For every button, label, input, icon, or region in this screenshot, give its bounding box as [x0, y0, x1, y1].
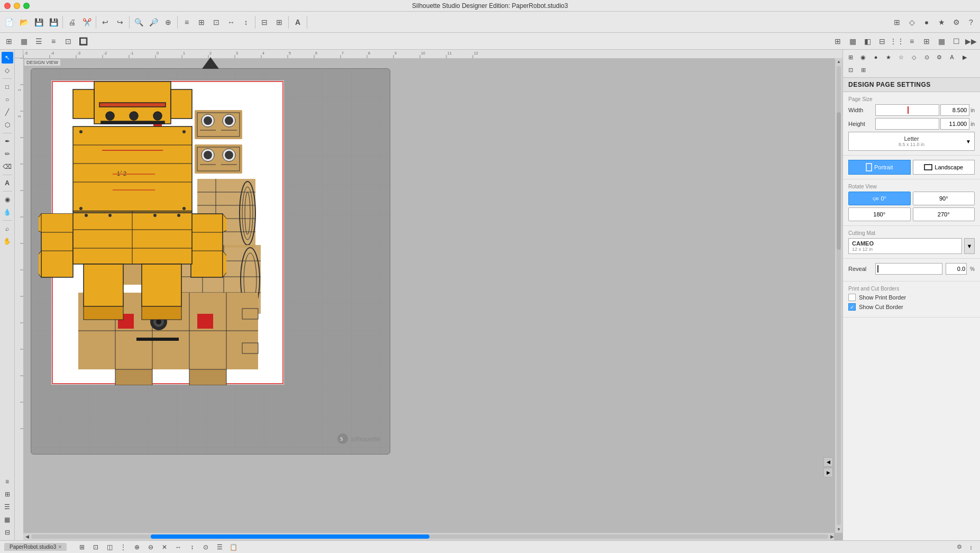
- view-icon-5[interactable]: ⊡: [61, 34, 75, 48]
- star-icon[interactable]: ★: [935, 15, 948, 29]
- rotate-180-button[interactable]: 180°: [848, 207, 911, 221]
- rotate-90-button[interactable]: 90°: [913, 192, 975, 205]
- flip-v-icon[interactable]: ↕: [239, 15, 253, 29]
- scroll-down-arrow[interactable]: ▼: [836, 526, 842, 533]
- bt-icon-3[interactable]: ◫: [104, 541, 115, 553]
- view-icon-4[interactable]: ≡: [47, 34, 60, 48]
- right-icon-6[interactable]: ≡: [905, 34, 919, 48]
- node-tool[interactable]: ◇: [2, 65, 13, 76]
- fill-tool[interactable]: ◉: [2, 194, 13, 205]
- bt-icon-7[interactable]: ✕: [159, 541, 170, 553]
- new-icon[interactable]: 📄: [2, 15, 16, 29]
- scroll-v-thumb[interactable]: [837, 112, 841, 250]
- right-icon-3[interactable]: ◧: [860, 34, 874, 48]
- view-icon-1[interactable]: ⊞: [2, 34, 16, 48]
- scroll-nav-down[interactable]: ▶: [823, 468, 833, 477]
- zoom-tool[interactable]: ⌕: [2, 223, 13, 234]
- panel-c-icon[interactable]: ⊟: [2, 527, 13, 538]
- panel-a-icon[interactable]: ☰: [2, 501, 13, 513]
- rp-icon-6[interactable]: ◇: [908, 51, 920, 63]
- right-icon-2[interactable]: ▦: [846, 34, 859, 48]
- rp-icon-5[interactable]: ☆: [895, 51, 907, 63]
- fill-icon[interactable]: ●: [920, 15, 933, 29]
- select-tool[interactable]: ↖: [2, 52, 13, 64]
- eyedropper-tool[interactable]: 💧: [2, 206, 13, 218]
- redo-icon[interactable]: ↪: [113, 15, 127, 29]
- open-icon[interactable]: 📂: [17, 15, 31, 29]
- bt-icon-8[interactable]: ↔: [172, 541, 184, 553]
- rp-icon-7[interactable]: ⊙: [921, 51, 932, 63]
- rp-icon-4[interactable]: ★: [883, 51, 894, 63]
- close-button[interactable]: [4, 3, 11, 9]
- ungroup-icon[interactable]: ⊡: [209, 15, 223, 29]
- scrollbar-horizontal[interactable]: ◀ ▶: [23, 533, 834, 540]
- right-icon-8[interactable]: ▦: [935, 34, 948, 48]
- rectangle-tool[interactable]: □: [2, 81, 13, 93]
- right-icon-4[interactable]: ⊟: [875, 34, 889, 48]
- text-tool[interactable]: A: [2, 177, 13, 189]
- save-icon[interactable]: 💾: [32, 15, 45, 29]
- text-icon[interactable]: A: [291, 15, 305, 29]
- scrollbar-vertical[interactable]: ▲ ▼: [835, 58, 842, 533]
- zoom-fit-icon[interactable]: ⊕: [161, 15, 175, 29]
- window-controls[interactable]: [4, 3, 30, 9]
- save-as-icon[interactable]: 💾: [47, 15, 60, 29]
- rp-icon-11[interactable]: ⊡: [845, 64, 856, 76]
- panel-b-icon[interactable]: ▦: [2, 514, 13, 525]
- group-icon[interactable]: ⊞: [195, 15, 208, 29]
- cutting-mat-dropdown[interactable]: CAMEO 12 x 12 in: [848, 238, 962, 254]
- rotate-0-button[interactable]: QB 0°: [848, 192, 911, 205]
- send-back-icon[interactable]: ⊟: [258, 15, 271, 29]
- landscape-button[interactable]: Landscape: [913, 160, 975, 175]
- expand-icon[interactable]: ▶▶: [964, 34, 978, 48]
- bring-front-icon[interactable]: ⊞: [272, 15, 286, 29]
- right-icon-5[interactable]: ⋮⋮: [890, 34, 904, 48]
- bt-icon-6[interactable]: ⊖: [145, 541, 157, 553]
- scroll-h-arrows[interactable]: ◀: [25, 534, 29, 539]
- resize-icon[interactable]: ↕: [966, 542, 976, 552]
- right-icon-1[interactable]: ⊞: [831, 34, 845, 48]
- portrait-button[interactable]: Portrait: [848, 160, 911, 175]
- rp-icon-10[interactable]: ▶: [959, 51, 970, 63]
- cut-icon[interactable]: ✂️: [80, 15, 94, 29]
- rp-icon-8[interactable]: ⚙: [933, 51, 945, 63]
- scroll-nav-up[interactable]: ◀: [823, 457, 833, 467]
- rp-icon-2[interactable]: ◉: [857, 51, 869, 63]
- rotate-270-button[interactable]: 270°: [913, 207, 975, 221]
- scroll-up-arrow[interactable]: ▲: [836, 58, 842, 65]
- settings-icon[interactable]: ⚙: [949, 15, 963, 29]
- library-panel-icon[interactable]: ⊞: [2, 488, 13, 500]
- settings-status-icon[interactable]: ⚙: [955, 542, 964, 552]
- minimize-button[interactable]: [14, 3, 20, 9]
- height-input[interactable]: [940, 118, 969, 130]
- pen-tool[interactable]: ✒: [2, 135, 13, 147]
- print-icon[interactable]: 🖨: [65, 15, 79, 29]
- right-icon-7[interactable]: ⊞: [920, 34, 933, 48]
- media-icon[interactable]: ⊞: [890, 15, 904, 29]
- align-icon[interactable]: ≡: [180, 15, 194, 29]
- bt-icon-5[interactable]: ⊕: [131, 541, 143, 553]
- scroll-h-thumb[interactable]: [151, 534, 429, 539]
- view-icon-6[interactable]: 🔲: [76, 34, 90, 48]
- maximize-button[interactable]: [23, 3, 30, 9]
- scroll-nav[interactable]: ◀ ▶: [823, 457, 833, 477]
- ellipse-tool[interactable]: ○: [2, 94, 13, 105]
- bt-icon-9[interactable]: ↕: [186, 541, 198, 553]
- line-tool[interactable]: ╱: [2, 106, 13, 118]
- layers-panel-icon[interactable]: ≡: [2, 476, 13, 487]
- preset-dropdown[interactable]: Letter 8.5 x 11.0 in ▼: [848, 132, 975, 151]
- undo-icon[interactable]: ↩: [98, 15, 112, 29]
- tab-close-icon[interactable]: ×: [58, 544, 61, 550]
- eraser-tool[interactable]: ⌫: [2, 161, 13, 173]
- zoom-in-icon[interactable]: 🔍: [132, 15, 145, 29]
- hand-tool[interactable]: ✋: [2, 235, 13, 247]
- rp-icon-3[interactable]: ●: [870, 51, 882, 63]
- rp-icon-9[interactable]: A: [946, 51, 958, 63]
- flip-h-icon[interactable]: ↔: [224, 15, 238, 29]
- bt-icon-11[interactable]: ☰: [214, 541, 225, 553]
- view-icon-2[interactable]: ▦: [17, 34, 31, 48]
- scroll-right-arrow[interactable]: ▶: [830, 534, 834, 539]
- canvas-area[interactable]: -5 -4 -3 -2 -1 0 1 2 3: [15, 50, 842, 540]
- pencil-tool[interactable]: ✏: [2, 148, 13, 160]
- cutting-mat-arrow[interactable]: ▼: [964, 238, 975, 254]
